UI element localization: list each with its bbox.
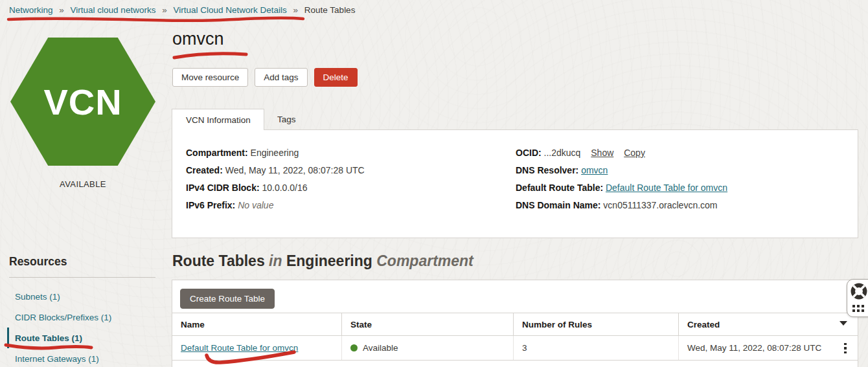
resources-divider [9, 277, 155, 278]
sidebar-item-internet-gateways[interactable]: Internet Gateways (1) [7, 348, 159, 367]
action-button-row: Move resource Add tags Delete [172, 68, 358, 87]
sidebar-item-cidr-blocks[interactable]: CIDR Blocks/Prefixes (1) [7, 307, 159, 328]
oci-console-page: { "breadcrumb": { "separator": "\u00bb",… [0, 0, 868, 367]
ocid-show-link[interactable]: Show [591, 148, 613, 158]
route-table-name-cell: Default Route Table for omvcn [172, 336, 342, 360]
created-label: Created: [186, 165, 223, 175]
route-table-created-cell: Wed, May 11, 2022, 08:07:28 UTC [679, 336, 858, 360]
delete-button[interactable]: Delete [314, 68, 358, 87]
vcn-icon-label: VCN [43, 81, 122, 123]
column-header-name[interactable]: Name [172, 313, 342, 335]
move-resource-button[interactable]: Move resource [172, 68, 248, 87]
row-actions-kebab-icon[interactable] [839, 341, 851, 355]
route-table-created-value: Wed, May 11, 2022, 08:07:28 UTC [687, 343, 821, 353]
breadcrumb: Networking » Virtual cloud networks » Vi… [9, 5, 355, 15]
route-table-state-cell: Available [342, 336, 514, 360]
add-tags-button[interactable]: Add tags [255, 68, 307, 87]
table-row: Default Route Table for omvcn Available … [172, 336, 858, 361]
tab-tags[interactable]: Tags [264, 109, 309, 130]
marker-breadcrumb-underline [6, 15, 306, 25]
ipv6-prefix-label: IPv6 Prefix: [186, 200, 235, 210]
default-route-table-label: Default Route Table: [516, 183, 603, 193]
route-table-rules-value: 3 [522, 343, 527, 353]
sort-descending-icon[interactable] [839, 321, 847, 326]
create-route-table-button[interactable]: Create Route Table [180, 289, 275, 309]
compartment-label: Compartment: [186, 148, 248, 158]
dns-resolver-field: DNS Resolver: omvcn [516, 166, 727, 175]
route-tables-section-heading: Route Tables in Engineering Compartment [172, 252, 474, 270]
default-route-table-link[interactable]: Default Route Table for omvcn [606, 183, 727, 193]
breadcrumb-route-tables: Route Tables [304, 5, 356, 15]
breadcrumb-networking[interactable]: Networking [9, 5, 53, 15]
status-label: AVAILABLE [10, 179, 155, 189]
default-route-table-field: Default Route Table: Default Route Table… [516, 183, 727, 192]
section-compartment-word: Compartment [376, 252, 474, 269]
route-table-rules-cell: 3 [514, 336, 679, 360]
dns-resolver-label: DNS Resolver: [516, 165, 578, 175]
vcn-hexagon-icon: VCN [10, 38, 155, 166]
ipv4-cidr-field: IPv4 CIDR Block: 10.0.0.0/16 [186, 183, 365, 192]
compartment-value: Engineering [251, 148, 299, 158]
section-compartment-name: Engineering [286, 252, 372, 269]
ocid-label: OCID: [516, 148, 542, 158]
sidebar-item-subnets[interactable]: Subnets (1) [7, 286, 159, 307]
floating-help-widget [847, 279, 868, 317]
breadcrumb-virtual-cloud-networks[interactable]: Virtual cloud networks [71, 5, 156, 15]
ipv6-prefix-value: No value [238, 200, 273, 210]
route-table-state-value: Available [363, 343, 398, 353]
breadcrumb-separator: » [162, 5, 167, 15]
resources-heading: Resources [9, 255, 67, 269]
breadcrumb-separator: » [293, 5, 299, 15]
route-table-name-link[interactable]: Default Route Table for omvcn [181, 343, 298, 353]
section-title-main: Route Tables [172, 252, 265, 269]
marker-title-underline [172, 49, 250, 61]
section-title-in: in [269, 252, 282, 269]
route-tables-table-card: Create Route Table Name State Number of … [172, 280, 858, 367]
life-ring-help-icon[interactable] [851, 283, 867, 300]
dns-domain-value: vcn05111337.oraclevcn.com [603, 200, 717, 210]
apps-grid-icon[interactable] [852, 305, 868, 312]
column-header-number-of-rules[interactable]: Number of Rules [514, 313, 679, 335]
ipv4-cidr-value: 10.0.0.0/16 [262, 183, 307, 193]
ocid-value: ...2dkucq [544, 148, 581, 158]
ocid-field: OCID: ...2dkucq Show Copy [516, 148, 727, 157]
created-field: Created: Wed, May 11, 2022, 08:07:28 UTC [186, 166, 365, 175]
column-header-created-label: Created [687, 320, 720, 329]
vcn-info-right-column: OCID: ...2dkucq Show Copy DNS Resolver: … [516, 148, 727, 218]
column-header-created[interactable]: Created [679, 313, 858, 335]
table-header-row: Name State Number of Rules Created [172, 313, 858, 336]
ipv4-cidr-label: IPv4 CIDR Block: [186, 183, 260, 193]
column-header-state[interactable]: State [342, 313, 514, 335]
breadcrumb-separator: » [59, 5, 64, 15]
resources-list: Subnets (1) CIDR Blocks/Prefixes (1) Rou… [7, 286, 159, 367]
ipv6-prefix-field: IPv6 Prefix: No value [186, 201, 365, 210]
vcn-information-panel: Compartment: Engineering Created: Wed, M… [172, 129, 858, 238]
breadcrumb-vcn-details[interactable]: Virtual Cloud Network Details [173, 5, 286, 15]
tab-vcn-information[interactable]: VCN Information [172, 109, 264, 130]
vcn-info-left-column: Compartment: Engineering Created: Wed, M… [186, 148, 365, 218]
sidebar-item-route-tables[interactable]: Route Tables (1) [7, 328, 159, 348]
ocid-copy-link[interactable]: Copy [624, 148, 645, 158]
available-status-dot-icon [350, 344, 358, 351]
dns-domain-field: DNS Domain Name: vcn05111337.oraclevcn.c… [516, 201, 727, 210]
compartment-field: Compartment: Engineering [186, 148, 365, 157]
dns-domain-label: DNS Domain Name: [516, 200, 600, 210]
created-value: Wed, May 11, 2022, 08:07:28 UTC [225, 165, 365, 175]
dns-resolver-link[interactable]: omvcn [581, 165, 608, 175]
page-title: omvcn [172, 29, 224, 49]
